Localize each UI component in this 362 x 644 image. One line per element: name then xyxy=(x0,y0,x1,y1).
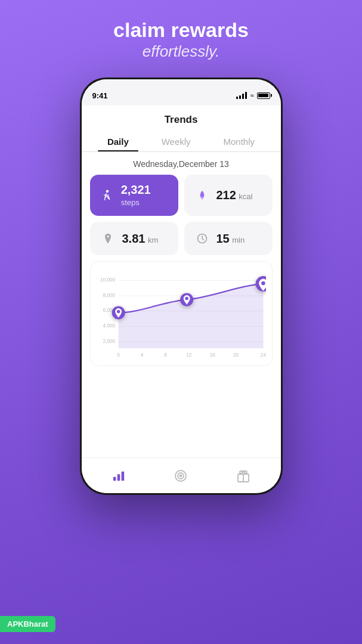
time-value: 15 xyxy=(216,232,230,245)
target-nav-icon xyxy=(174,469,188,483)
time-unit: min xyxy=(232,236,245,244)
kcal-unit: kcal xyxy=(239,192,252,201)
status-time: 9:41 xyxy=(92,91,108,100)
chart-pin-1-dot xyxy=(116,310,119,313)
tabs-bar: Daily Weekly Monthly xyxy=(82,132,281,152)
steps-value-group: 2,321 steps xyxy=(121,183,169,208)
kcal-value-group: 212 kcal xyxy=(216,188,253,202)
nav-gift[interactable] xyxy=(228,465,259,487)
bottom-nav xyxy=(82,457,281,493)
chart-nav-icon xyxy=(112,469,126,482)
date-label: Wednesday,December 13 xyxy=(82,152,281,175)
phone-screen: Trends Daily Weekly Monthly Wednesday,De… xyxy=(82,106,281,457)
signal-icon xyxy=(236,92,247,99)
steps-unit: steps xyxy=(121,198,140,207)
svg-text:4,000: 4,000 xyxy=(103,323,115,329)
distance-unit: km xyxy=(148,236,158,244)
chart-svg: 10,000 8,000 6,000 4,000 2,000 xyxy=(97,268,266,363)
flame-icon xyxy=(194,187,211,204)
svg-rect-19 xyxy=(113,476,116,480)
chart-pin-2-dot xyxy=(185,297,188,300)
time-value-group: 15 min xyxy=(216,232,245,246)
svg-text:16: 16 xyxy=(209,352,215,358)
distance-value-group: 3.81 km xyxy=(122,232,159,246)
svg-text:0: 0 xyxy=(117,352,120,358)
distance-card: 3.81 km xyxy=(90,222,178,255)
battery-icon xyxy=(257,92,270,99)
kcal-card: 212 kcal xyxy=(184,175,273,216)
status-bar: 9:41 ≈ xyxy=(82,79,281,106)
chart-fill xyxy=(118,284,263,348)
svg-text:8,000: 8,000 xyxy=(103,293,115,298)
header-section: claim rewards effortlessly. xyxy=(0,18,362,61)
stats-grid: 2,321 steps 212 kcal xyxy=(82,175,281,261)
distance-value: 3.81 xyxy=(122,232,146,245)
chart-pin-3-dot xyxy=(261,281,265,285)
screen-title: Trends xyxy=(82,106,281,132)
svg-point-0 xyxy=(106,190,109,193)
tab-weekly[interactable]: Weekly xyxy=(152,132,200,151)
phone-inner: 9:41 ≈ Trends Daily Weekly xyxy=(82,79,281,493)
wifi-icon: ≈ xyxy=(250,92,253,99)
time-card: 15 min xyxy=(184,222,273,255)
walk-icon xyxy=(100,187,115,204)
svg-rect-21 xyxy=(121,471,124,481)
svg-text:20: 20 xyxy=(233,352,239,358)
nav-target[interactable] xyxy=(165,465,196,487)
apk-brand: APKBharat xyxy=(7,620,48,628)
steps-card: 2,321 steps xyxy=(90,175,178,216)
kcal-value: 212 xyxy=(216,188,236,202)
header-subtitle: effortlessly. xyxy=(0,42,362,61)
nav-chart[interactable] xyxy=(103,466,134,486)
svg-rect-20 xyxy=(117,474,120,481)
svg-text:8: 8 xyxy=(164,352,167,358)
gift-nav-icon xyxy=(236,469,250,483)
location-icon xyxy=(100,230,116,247)
header-title: claim rewards xyxy=(0,18,362,42)
status-icons: ≈ xyxy=(236,92,270,99)
svg-point-24 xyxy=(180,475,182,476)
svg-text:24: 24 xyxy=(260,352,265,358)
svg-text:10,000: 10,000 xyxy=(100,277,115,283)
chart-container: 10,000 8,000 6,000 4,000 2,000 xyxy=(90,261,273,366)
svg-text:2,000: 2,000 xyxy=(103,339,115,344)
apk-badge: APKBharat xyxy=(0,616,55,632)
steps-value: 2,321 xyxy=(121,183,151,196)
phone-frame: 9:41 ≈ Trends Daily Weekly xyxy=(80,78,283,495)
svg-text:4: 4 xyxy=(140,352,143,358)
svg-text:12: 12 xyxy=(186,352,192,358)
tab-daily[interactable]: Daily xyxy=(98,132,138,151)
tab-monthly[interactable]: Monthly xyxy=(214,132,264,151)
clock-icon xyxy=(194,230,211,247)
